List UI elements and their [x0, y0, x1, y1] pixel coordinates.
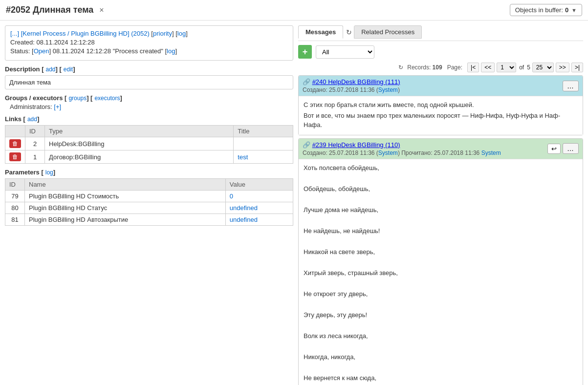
message-body-line: Никакой на свете зверь, [304, 247, 578, 257]
executors-link[interactable]: executors [94, 95, 120, 102]
plugin-link[interactable]: [Kernel Process / Plugin BGBilling HD] [21, 30, 130, 37]
chevron-down-icon[interactable]: ▼ [571, 7, 577, 13]
info-box: [...] [Kernel Process / Plugin BGBilling… [5, 25, 293, 61]
total-pages: 5 [527, 64, 530, 71]
message-meta: Создано: 25.07.2018 11:36 (System) [303, 86, 400, 93]
message-title-link[interactable]: #239 HelpDesk BGBilling (110) [312, 141, 400, 149]
table-row: 80 Plugin BGBilling HD Статус undefined [5, 202, 293, 214]
message-body-line: Волк из леса никогда, [304, 331, 578, 341]
groups-link[interactable]: groups [68, 95, 87, 102]
description-section: Description [add] [edit] Длинная тема [5, 65, 293, 89]
message-body-line: Лучше дома не найдешь, [304, 205, 578, 215]
message-body-line: С этих пор братья стали жить вместе, под… [304, 100, 578, 110]
link-type: Договор:BGBilling [45, 150, 234, 164]
delete-cell: 🗑 [5, 150, 25, 164]
links-col-type: Type [45, 126, 234, 137]
page-title: #2052 Длинная тема [6, 5, 93, 15]
last-page-button[interactable]: >| [571, 63, 583, 72]
link-title: test [234, 150, 293, 164]
info-log-link[interactable]: log [177, 30, 186, 37]
table-row: 79 Plugin BGBilling HD Стоимость 0 [5, 191, 293, 202]
table-row: 🗑 2 HelpDesk:BGBilling [5, 137, 293, 150]
message-body-line: Не вернется к нам сюда, [304, 373, 578, 383]
param-id: 81 [5, 214, 25, 226]
message-icon: 🔗 [303, 78, 310, 86]
param-value-link[interactable]: 0 [230, 192, 233, 200]
created-by-link[interactable]: System [378, 86, 398, 93]
params-col-value: Value [225, 179, 293, 191]
created-line: Created: 08.11.2024 12:12:28 [10, 39, 288, 46]
message-title-link[interactable]: #240 HelpDesk BGBilling (111) [312, 78, 400, 86]
add-message-button[interactable]: + [298, 45, 312, 59]
description-box: Длинная тема [5, 75, 293, 89]
page-select[interactable]: 12345 [497, 63, 516, 72]
first-page-button[interactable]: |< [467, 63, 479, 72]
message-card: 🔗 #239 HelpDesk BGBilling (110) Создано:… [298, 138, 583, 385]
more-actions-button[interactable]: … [563, 81, 579, 91]
message-cards: 🔗 #240 HelpDesk BGBilling (111) Создано:… [298, 75, 583, 385]
description-add-link[interactable]: add [45, 66, 55, 73]
message-body-line: Эту дверь, эту дверь! [304, 310, 578, 320]
status-line: Status: [Open] 08.11.2024 12:12:28 "Proc… [10, 47, 288, 55]
message-title-area: 🔗 #239 HelpDesk BGBilling (110) Создано:… [303, 141, 501, 156]
param-value-link[interactable]: undefined [230, 216, 258, 223]
message-meta: Создано: 25.07.2018 11:36 (System) Прочи… [303, 150, 501, 156]
next-page-button[interactable]: >> [556, 63, 569, 72]
page-header: #2052 Длинная тема × Objects in buffer: … [0, 0, 588, 21]
links-table: ID Type Title 🗑 2 HelpDesk:BGBilling 🗑 1… [5, 125, 293, 164]
reply-button[interactable]: ↩ [547, 144, 561, 154]
message-filter-select[interactable]: All Incoming Outgoing [316, 45, 374, 59]
page-size-select[interactable]: 2550100 [532, 63, 554, 72]
close-button[interactable]: × [99, 6, 104, 15]
groups-section: Groups / executors [groups] [executors] … [5, 94, 293, 110]
parameters-section: Parameters [log] ID Name Value 79 Plugin… [5, 169, 293, 226]
delete-cell: 🗑 [5, 137, 25, 150]
message-body-line [304, 321, 578, 330]
message-title: 🔗 #239 HelpDesk BGBilling (110) [303, 141, 501, 149]
message-title: 🔗 #240 HelpDesk BGBilling (111) [303, 78, 400, 86]
tab-related-processes[interactable]: Related Processes [354, 25, 422, 39]
buffer-label: Objects in buffer: [515, 6, 563, 14]
delete-button[interactable]: 🗑 [9, 139, 21, 148]
params-log-link[interactable]: log [45, 169, 53, 176]
prev-page-button[interactable]: << [481, 63, 495, 72]
message-body-line [304, 363, 578, 372]
message-body-line [304, 278, 578, 288]
links-header: Links [add] [5, 115, 293, 123]
param-value: undefined [225, 202, 293, 214]
created-by-link[interactable]: System [378, 150, 398, 156]
read-by-link[interactable]: System [481, 150, 501, 156]
links-add-link[interactable]: add [27, 116, 37, 123]
priority-link[interactable]: priority [153, 30, 172, 37]
admins-add-link[interactable]: [+] [54, 103, 61, 110]
param-value: undefined [225, 214, 293, 226]
status-link[interactable]: Open [34, 47, 49, 55]
message-body-line [304, 342, 578, 351]
description-header: Description [add] [edit] [5, 65, 293, 73]
pagination-refresh-icon[interactable]: ↻ [398, 64, 403, 71]
breadcrumb-line: [...] [Kernel Process / Plugin BGBilling… [10, 30, 288, 37]
links-col-id: ID [25, 126, 45, 137]
admins-line: Administrators: [+] [10, 103, 293, 110]
status-log-link[interactable]: log [167, 47, 175, 55]
message-body-line: Вот и все, что мы знаем про трех маленьк… [304, 111, 578, 130]
params-col-name: Name [25, 179, 226, 191]
messages-toolbar: + All Incoming Outgoing [298, 45, 583, 59]
message-body-line: Никогда, никогда, [304, 352, 578, 362]
tab-messages[interactable]: Messages [298, 25, 343, 39]
created-info: Создано: 25.07.2018 11:36 [303, 150, 375, 156]
delete-button[interactable]: 🗑 [9, 152, 21, 161]
table-row: 81 Plugin BGBilling HD Автозакрытие unde… [5, 214, 293, 226]
param-name: Plugin BGBilling HD Автозакрытие [25, 214, 226, 226]
breadcrumb-link[interactable]: [...] [10, 30, 19, 37]
more-actions-button[interactable]: … [563, 143, 579, 154]
messages-refresh-icon[interactable]: ↻ [346, 28, 352, 36]
link-title-link[interactable]: test [238, 153, 248, 161]
description-edit-link[interactable]: edit [64, 66, 73, 73]
param-value-link[interactable]: undefined [230, 204, 258, 212]
message-header: 🔗 #239 HelpDesk BGBilling (110) Создано:… [299, 139, 583, 159]
params-col-id: ID [5, 179, 25, 191]
message-body: Хоть полсвета обойдешь, Обойдешь, обойде… [299, 159, 583, 385]
buffer-widget: Objects in buffer: 0 ▼ [510, 4, 582, 16]
process-id-link[interactable]: (2052) [131, 30, 150, 37]
